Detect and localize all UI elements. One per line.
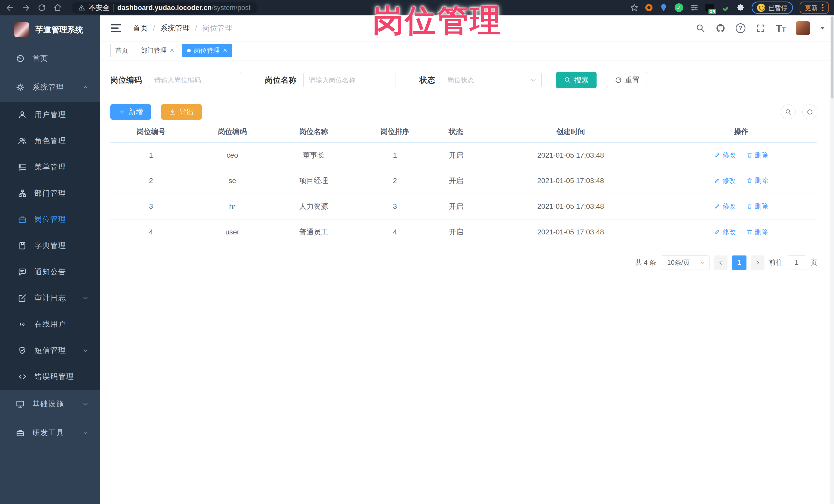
sidebar-item-post-mgmt[interactable]: 岗位管理 <box>0 206 100 233</box>
briefcase-icon <box>18 215 27 224</box>
warning-triangle-icon <box>78 4 85 11</box>
status-select-input[interactable] <box>442 72 542 88</box>
url-path[interactable]: /system/post <box>212 4 251 12</box>
app-logo[interactable]: 芋道管理系统 <box>0 16 100 44</box>
page-size-select[interactable]: 10条/页 <box>661 256 709 270</box>
forward-icon[interactable] <box>22 3 30 12</box>
table-toolbar: 新增 导出 <box>110 104 817 119</box>
paused-extension-pill[interactable]: 已暂停 <box>752 2 793 14</box>
avatar[interactable] <box>796 21 810 35</box>
tag-dept-mgmt[interactable]: 部门管理 ✕ <box>136 44 179 57</box>
sidebar-item-dept-mgmt[interactable]: 部门管理 <box>0 180 100 206</box>
sidebar-item-dev-tools[interactable]: 研发工具 <box>0 418 100 447</box>
table-row: 3 hr 人力资源 3 开启 2021-01-05 17:03:48 修改 删除 <box>110 194 817 219</box>
prev-page-button[interactable] <box>714 256 727 270</box>
sidebar-item-dict-mgmt[interactable]: 字典管理 <box>0 233 100 259</box>
status-value: 开启 <box>436 168 476 194</box>
edit-link[interactable]: 修改 <box>714 151 736 160</box>
address-bar[interactable]: 不安全 dashboard.yudao.iocoder.cn/system/po… <box>71 2 257 14</box>
close-icon[interactable]: ✕ <box>223 47 227 54</box>
sidebar: 芋道管理系统 首页 系统管理 用户管理 角色管理 菜单管理 <box>0 16 100 504</box>
col-created-at: 创建时间 <box>476 122 665 142</box>
sidebar-item-notice[interactable]: 通知公告 <box>0 259 100 285</box>
gr-badge-icon[interactable]: GR <box>705 4 714 12</box>
delete-link[interactable]: 删除 <box>746 176 768 185</box>
breadcrumb-current: 岗位管理 <box>202 23 232 34</box>
breadcrumb-system[interactable]: 系统管理 <box>160 23 190 34</box>
add-button[interactable]: 新增 <box>110 104 151 119</box>
export-button[interactable]: 导出 <box>161 104 202 119</box>
delete-link[interactable]: 删除 <box>746 151 768 160</box>
paused-label: 已暂停 <box>768 4 788 12</box>
trash-icon <box>746 177 753 183</box>
next-page-button[interactable] <box>751 256 764 270</box>
scrollbar[interactable] <box>830 16 834 504</box>
bookmark-star-icon[interactable] <box>630 3 639 12</box>
reload-icon[interactable] <box>38 3 46 12</box>
url-host[interactable]: dashboard.yudao.iocoder.cn <box>117 4 212 12</box>
edit-link[interactable]: 修改 <box>714 202 736 211</box>
post-name-input[interactable] <box>303 72 396 88</box>
tag-post-mgmt[interactable]: 岗位管理 ✕ <box>182 44 232 57</box>
toolbox-icon <box>16 429 25 437</box>
back-icon[interactable] <box>6 3 14 12</box>
edit-icon <box>714 203 720 209</box>
close-icon[interactable]: ✕ <box>170 47 174 54</box>
table-row: 4 user 普通员工 4 开启 2021-01-05 17:03:48 修改 … <box>110 219 817 245</box>
current-page[interactable]: 1 <box>732 256 746 270</box>
hamburger-icon[interactable] <box>111 24 121 32</box>
address-divider <box>113 4 114 12</box>
table-row: 2 se 项目经理 2 开启 2021-01-05 17:03:48 修改 删除 <box>110 168 817 194</box>
puzzle-icon[interactable] <box>736 3 745 12</box>
sidebar-item-system[interactable]: 系统管理 <box>0 73 100 102</box>
goto-page-input[interactable] <box>787 256 806 270</box>
sidebar-item-menu-mgmt[interactable]: 菜单管理 <box>0 154 100 180</box>
post-code-label: 岗位编码 <box>110 75 142 86</box>
blue-pin-icon[interactable] <box>659 3 668 12</box>
delete-link[interactable]: 删除 <box>746 202 768 211</box>
pagination: 共 4 条 10条/页 1 前往 页 <box>110 256 817 270</box>
font-size-icon[interactable]: TT <box>776 23 786 34</box>
orange-ring-icon[interactable] <box>645 4 653 11</box>
trash-icon <box>746 152 753 158</box>
edit-link[interactable]: 修改 <box>714 227 736 237</box>
status-value: 开启 <box>436 194 476 219</box>
edit-link[interactable]: 修改 <box>714 176 736 185</box>
sidebar-item-online-users[interactable]: 在线用户 <box>0 311 100 337</box>
green-check-icon[interactable]: ✓ <box>675 3 683 12</box>
page-title-overlay: 岗位管理 <box>373 0 502 42</box>
sidebar-item-audit-log[interactable]: 审计日志 <box>0 285 100 311</box>
plant-icon[interactable] <box>721 3 729 12</box>
help-icon[interactable]: ? <box>736 23 745 33</box>
col-actions: 操作 <box>665 122 817 142</box>
sidebar-item-user-mgmt[interactable]: 用户管理 <box>0 102 100 128</box>
post-code-input[interactable] <box>149 72 241 88</box>
search-button[interactable]: 搜索 <box>556 72 596 88</box>
kebab-menu-icon[interactable] <box>822 4 824 11</box>
home-icon[interactable] <box>53 3 62 12</box>
sidebar-item-error-code[interactable]: 错误码管理 <box>0 364 100 390</box>
goto-label: 前往 <box>769 258 783 267</box>
search-icon[interactable] <box>696 23 705 33</box>
toggle-search-button[interactable] <box>781 105 796 119</box>
security-label[interactable]: 不安全 <box>89 3 110 12</box>
update-browser-button[interactable]: 更新 <box>799 2 829 14</box>
sidebar-item-role-mgmt[interactable]: 角色管理 <box>0 128 100 154</box>
sidebar-item-home[interactable]: 首页 <box>0 44 100 73</box>
fullscreen-icon[interactable] <box>756 23 766 33</box>
refresh-button[interactable] <box>803 105 817 119</box>
tag-home[interactable]: 首页 <box>110 44 133 57</box>
github-icon[interactable] <box>716 23 725 33</box>
breadcrumb-home[interactable]: 首页 <box>133 23 148 34</box>
sidebar-item-sms-mgmt[interactable]: 短信管理 <box>0 337 100 364</box>
reset-button[interactable]: 重置 <box>607 72 648 88</box>
scrollbar-thumb[interactable] <box>831 17 833 98</box>
search-icon <box>564 76 571 84</box>
tags-view-bar: 首页 部门管理 ✕ 岗位管理 ✕ <box>100 41 834 60</box>
sidebar-item-infrastructure[interactable]: 基础设施 <box>0 390 100 418</box>
sliders-icon[interactable] <box>690 3 699 12</box>
col-post-name: 岗位名称 <box>273 122 354 142</box>
caret-down-icon[interactable] <box>820 27 825 29</box>
status-select[interactable] <box>442 72 542 88</box>
delete-link[interactable]: 删除 <box>746 227 768 237</box>
